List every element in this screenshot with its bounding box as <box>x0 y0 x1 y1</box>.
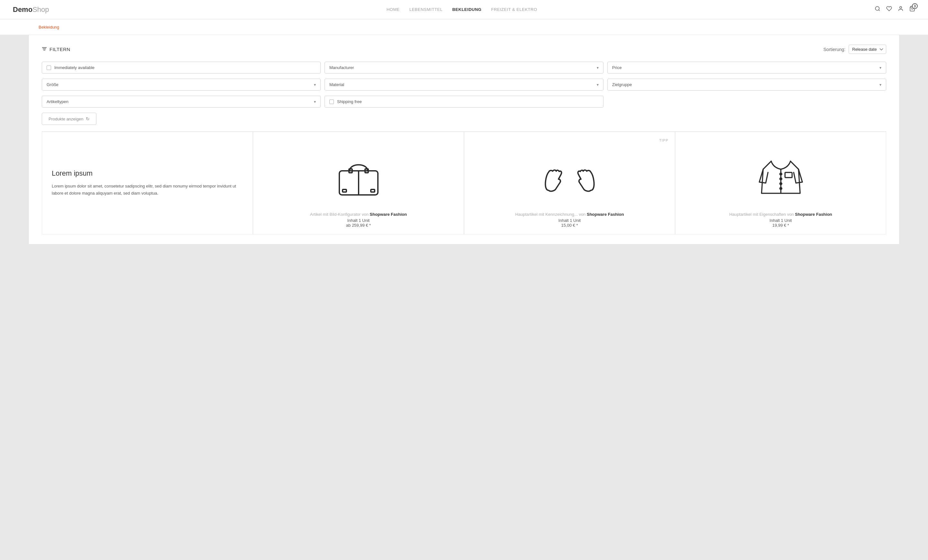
product-price-mittens: Inhalt 1 Unit 15,00 € * <box>471 218 669 228</box>
sort-select[interactable]: Release date <box>849 45 886 54</box>
filter-shipping-free[interactable]: Shipping free <box>325 96 603 108</box>
svg-rect-12 <box>371 189 375 192</box>
grosse-chevron-icon: ▾ <box>314 82 316 87</box>
product-info-bag: Artikel mit Bild-Konfigurator von Shopwa… <box>259 212 457 228</box>
nav-lebensmittel[interactable]: LEBENSMITTEL <box>409 7 443 12</box>
product-price-bag: Inhalt 1 Unit ab 259,99 € * <box>259 218 457 228</box>
price-chevron-icon: ▾ <box>879 65 881 70</box>
svg-point-2 <box>900 6 902 8</box>
nav-bekleidung[interactable]: BEKLEIDUNG <box>452 7 481 12</box>
filter-price-label: Price <box>612 65 622 70</box>
show-products-button[interactable]: Produkte anzeigen ↻ <box>42 113 96 125</box>
product-badge-2: TIPP <box>659 138 669 142</box>
filter-grosse-label: Größe <box>47 82 58 87</box>
material-chevron-icon: ▾ <box>597 82 598 87</box>
manufacturer-chevron-icon: ▾ <box>597 65 598 70</box>
cart-count: 3 <box>912 3 918 9</box>
wishlist-icon[interactable] <box>886 6 892 13</box>
filter-grosse[interactable]: Größe ▾ <box>42 79 321 91</box>
filter-icon <box>42 47 47 52</box>
filter-material-label: Material <box>330 82 344 87</box>
refresh-icon: ↻ <box>86 116 90 122</box>
shipping-free-checkbox[interactable] <box>330 99 334 104</box>
artikeltypen-chevron-icon: ▾ <box>314 99 316 104</box>
filter-empty <box>607 96 886 108</box>
product-name-bag: Artikel mit Bild-Konfigurator von Shopwa… <box>259 212 457 217</box>
product-image-bag <box>259 142 457 209</box>
filter-grid-row2: Größe ▾ Material ▾ Zielgruppe ▾ <box>42 79 886 91</box>
filter-grid: Immediately available Manufacturer ▾ Pri… <box>42 62 886 73</box>
svg-line-1 <box>879 10 879 11</box>
logo[interactable]: DemoShop <box>13 6 49 14</box>
svg-point-14 <box>780 173 782 175</box>
filter-bar: FILTERN Sortierung: Release date <box>42 45 886 54</box>
filter-left: FILTERN <box>42 47 70 52</box>
svg-rect-11 <box>342 189 346 192</box>
header: DemoShop HOME LEBENSMITTEL BEKLEIDUNG FR… <box>0 0 928 19</box>
nav-home[interactable]: HOME <box>386 7 400 12</box>
show-products-label: Produkte anzeigen <box>49 117 83 122</box>
product-image-mittens <box>471 146 669 209</box>
nav-freizeit[interactable]: FREIZEIT & ELEKTRO <box>491 7 537 12</box>
sort-right: Sortierung: Release date <box>824 45 886 54</box>
product-price-jacket: Inhalt 1 Unit 19,99 € * <box>682 218 879 228</box>
breadcrumb[interactable]: Bekleidung <box>38 25 59 29</box>
product-card-mittens[interactable]: TIPP Hauptartikel mit Kennzeichnung... v… <box>464 132 675 234</box>
svg-point-0 <box>875 6 879 10</box>
filter-label: FILTERN <box>49 47 70 52</box>
product-image-jacket <box>682 142 879 209</box>
cart-icon[interactable]: 3 <box>910 6 915 13</box>
filter-grid-row3: Artikeltypen ▾ Shipping free <box>42 96 886 108</box>
sort-label: Sortierung: <box>824 47 846 52</box>
product-info-mittens: Hauptartikel mit Kennzeichnung... von Sh… <box>471 212 669 228</box>
main-nav: HOME LEBENSMITTEL BEKLEIDUNG FREIZEIT & … <box>386 7 537 12</box>
immediately-available-checkbox[interactable] <box>47 65 51 70</box>
breadcrumb-bar: Bekleidung <box>0 19 928 35</box>
product-name-mittens: Hauptartikel mit Kennzeichnung... von Sh… <box>471 212 669 217</box>
main-content: FILTERN Sortierung: Release date Immedia… <box>29 35 899 244</box>
product-text-title: Lorem ipsum <box>52 169 93 178</box>
svg-point-16 <box>780 183 782 185</box>
logo-shop: Shop <box>32 6 49 14</box>
filter-zielgruppe[interactable]: Zielgruppe ▾ <box>607 79 886 91</box>
filter-shipping-free-label: Shipping free <box>337 99 362 104</box>
svg-point-15 <box>780 178 782 180</box>
product-text-card: Lorem ipsum Lorem ipsum dolor sit amet, … <box>42 132 253 234</box>
filter-manufacturer[interactable]: Manufacturer ▾ <box>325 62 603 73</box>
filter-manufacturer-label: Manufacturer <box>330 65 354 70</box>
product-text-body: Lorem ipsum dolor sit amet, consetetur s… <box>52 183 243 197</box>
product-info-jacket: Hauptartikel mit Eigenschaften von Shopw… <box>682 212 879 228</box>
filter-material[interactable]: Material ▾ <box>325 79 603 91</box>
filter-artikeltypen-label: Artikeltypen <box>47 99 69 104</box>
filter-artikeltypen[interactable]: Artikeltypen ▾ <box>42 96 321 108</box>
product-grid: Lorem ipsum Lorem ipsum dolor sit amet, … <box>42 131 886 234</box>
filter-immediately-available[interactable]: Immediately available <box>42 62 321 73</box>
product-card-bag[interactable]: Artikel mit Bild-Konfigurator von Shopwa… <box>253 132 464 234</box>
zielgruppe-chevron-icon: ▾ <box>879 82 881 87</box>
account-icon[interactable] <box>898 6 904 13</box>
search-icon[interactable] <box>875 6 881 13</box>
svg-point-17 <box>780 187 782 189</box>
filter-price[interactable]: Price ▾ <box>607 62 886 73</box>
product-card-jacket[interactable]: Hauptartikel mit Eigenschaften von Shopw… <box>675 132 886 234</box>
filter-immediately-available-label: Immediately available <box>54 65 95 70</box>
svg-rect-18 <box>785 172 792 178</box>
header-icons: 3 <box>875 6 915 13</box>
logo-demo: Demo <box>13 6 32 14</box>
product-name-jacket: Hauptartikel mit Eigenschaften von Shopw… <box>682 212 879 217</box>
filter-zielgruppe-label: Zielgruppe <box>612 82 632 87</box>
